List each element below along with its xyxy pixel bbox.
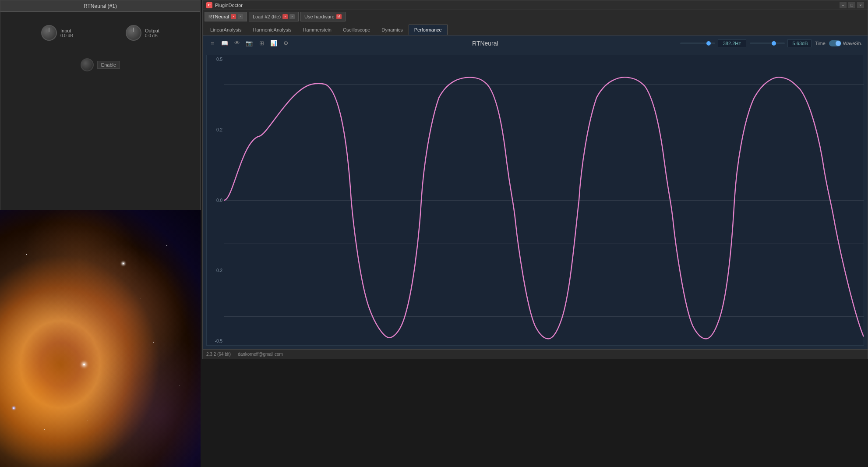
star — [166, 245, 167, 246]
plugin-tab-rtneural-label: RTNeural — [208, 14, 229, 19]
pd-plugin-tabs: RTNeural × × Load #2 (file) × × Use hard… — [203, 10, 868, 23]
pd-main: 0.5 0.2 0.0 -0.2 -0.5 — [203, 51, 868, 349]
pd-controls-left: ≡ 📖 👁 📷 ⊞ 📊 ⚙ — [208, 39, 290, 48]
pd-controls: ≡ 📖 👁 📷 ⊞ 📊 ⚙ RTNeural 382.2Hz -5.63d — [203, 35, 868, 51]
star — [13, 407, 14, 409]
time-label: Time — [815, 41, 826, 46]
output-knob-container: Output 0.0 dB — [126, 25, 159, 41]
nebula-overlay — [0, 210, 201, 467]
close-button[interactable]: × — [857, 2, 864, 8]
enable-knob[interactable] — [81, 58, 94, 71]
tab-performance[interactable]: Performance — [409, 25, 448, 35]
rtneural-content: Input 0.0 dB Output 0.0 dB Enable — [0, 12, 200, 210]
y-label-00: 0.0 — [208, 198, 222, 203]
email-text: dankorneff@gmail.com — [238, 352, 283, 357]
star — [44, 429, 45, 430]
input-value: 0.0 dB — [60, 33, 73, 38]
tab-harmonic-analysis[interactable]: HarmonicAnalysis — [247, 25, 297, 35]
oscilloscope-display: 0.5 0.2 0.0 -0.2 -0.5 — [206, 55, 864, 346]
freq-display[interactable]: 382.2Hz — [718, 39, 746, 47]
tab-oscilloscope[interactable]: Oscilloscope — [337, 25, 376, 35]
rtneural-titlebar: RTNeural (#1) — [0, 0, 200, 12]
y-label-02: 0.2 — [208, 127, 222, 132]
version-text: 2.3.2 (64 bit) — [206, 352, 231, 357]
input-label-group: Input 0.0 dB — [60, 28, 73, 38]
list-icon[interactable]: ≡ — [208, 39, 217, 48]
pd-window-controls: − □ × — [840, 2, 864, 8]
pd-title-icon: P — [206, 2, 212, 8]
toggle-dot — [836, 41, 841, 46]
plugin-name-display: RTNeural — [472, 40, 498, 47]
input-knob[interactable] — [41, 25, 57, 41]
star — [26, 254, 27, 255]
input-label: Input — [60, 28, 73, 33]
star — [140, 298, 141, 298]
nebula-background — [0, 210, 201, 467]
toggle-group: WaveSh. — [829, 40, 862, 46]
plugin-tab-load-extra[interactable]: × — [289, 14, 295, 19]
db-slider-group: -5.63dB — [750, 39, 812, 47]
plugin-tab-rtneural-close[interactable]: × — [231, 14, 236, 19]
y-label-05: 0.5 — [208, 57, 222, 62]
enable-group: Enable — [81, 58, 120, 71]
pd-title-text: PluginDoctor — [215, 3, 243, 8]
waveform-area — [224, 55, 864, 345]
star — [180, 386, 180, 386]
plugindoctor-window: P PluginDoctor − □ × RTNeural × × Load #… — [202, 0, 868, 359]
minimize-button[interactable]: − — [840, 2, 847, 8]
freq-slider-thumb[interactable] — [706, 41, 711, 46]
tab-linear-analysis[interactable]: LinearAnalysis — [205, 25, 247, 35]
grid-icon[interactable]: ⊞ — [257, 39, 266, 48]
y-axis-labels: 0.5 0.2 0.0 -0.2 -0.5 — [207, 55, 224, 345]
enable-label[interactable]: Enable — [97, 61, 120, 69]
output-label: Output — [145, 28, 159, 33]
output-value: 0.0 dB — [145, 33, 159, 38]
star — [83, 364, 85, 365]
output-label-group: Output 0.0 dB — [145, 28, 159, 38]
camera-icon[interactable]: 📷 — [245, 39, 254, 48]
wavesh-toggle[interactable] — [829, 40, 841, 46]
pd-analysis-tabs: LinearAnalysis HarmonicAnalysis Hammerst… — [203, 23, 868, 35]
plugin-tab-hardware-close[interactable]: M — [336, 14, 342, 19]
input-knob-container: Input 0.0 dB — [41, 25, 73, 41]
chart-icon[interactable]: 📊 — [269, 39, 278, 48]
star — [88, 421, 88, 421]
knob-group: Input 0.0 dB Output 0.0 dB — [41, 25, 159, 41]
settings-icon[interactable]: ⚙ — [282, 39, 290, 48]
pd-controls-right: 382.2Hz -5.63dB Time WaveSh. — [680, 39, 862, 47]
wavesh-label: WaveSh. — [843, 41, 862, 46]
pd-statusbar: 2.3.2 (64 bit) dankorneff@gmail.com — [203, 349, 868, 359]
db-display[interactable]: -5.63dB — [787, 39, 812, 47]
rtneural-window: RTNeural (#1) Input 0.0 dB Output 0.0 dB… — [0, 0, 201, 210]
freq-slider[interactable] — [680, 42, 715, 44]
y-label-n02: -0.2 — [208, 268, 222, 273]
star — [153, 342, 154, 343]
plugin-tab-rtneural[interactable]: RTNeural × × — [205, 12, 247, 21]
plugin-tab-rtneural-extra[interactable]: × — [238, 14, 243, 19]
y-label-n05: -0.5 — [208, 339, 222, 343]
maximize-button[interactable]: □ — [848, 2, 855, 8]
plugin-tab-load[interactable]: Load #2 (file) × × — [249, 12, 299, 21]
db-slider[interactable] — [750, 42, 785, 44]
db-slider-thumb[interactable] — [772, 41, 776, 46]
plugin-tab-hardware-label: Use hardware — [304, 14, 334, 19]
plugin-tab-load-close[interactable]: × — [282, 14, 288, 19]
rtneural-title: RTNeural (#1) — [84, 3, 117, 9]
pd-titlebar: P PluginDoctor − □ × — [203, 0, 868, 10]
oscilloscope-svg — [224, 55, 864, 345]
tab-hammerstein[interactable]: Hammerstein — [297, 25, 337, 35]
book-icon[interactable]: 📖 — [220, 39, 229, 48]
plugin-tab-hardware[interactable]: Use hardware M — [300, 12, 345, 21]
freq-slider-group: 382.2Hz — [680, 39, 746, 47]
eye-icon[interactable]: 👁 — [233, 39, 241, 48]
tab-dynamics[interactable]: Dynamics — [376, 25, 408, 35]
pd-titlebar-left: P PluginDoctor — [206, 2, 243, 8]
output-knob[interactable] — [126, 25, 141, 41]
star — [123, 263, 124, 264]
plugin-tab-load-label: Load #2 (file) — [253, 14, 281, 19]
